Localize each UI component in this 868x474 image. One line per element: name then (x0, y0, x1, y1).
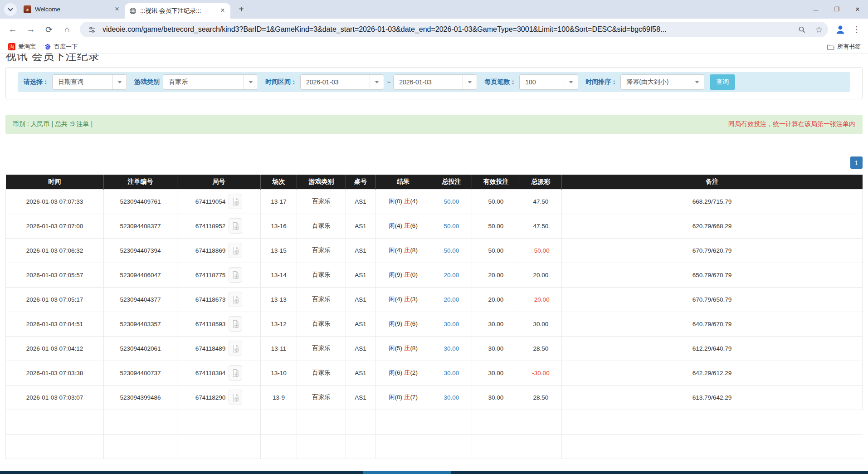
cell-game-kind: 百家乐 (297, 214, 346, 238)
window-maximize-button[interactable]: ❐ (826, 0, 847, 19)
cell-table-number: AS1 (346, 287, 375, 312)
total-bet-link[interactable]: 20.00 (444, 272, 459, 279)
close-icon[interactable]: × (113, 5, 121, 14)
video-record-icon[interactable] (229, 292, 242, 307)
round-number: 674119054 (195, 198, 226, 205)
total-bet-link[interactable]: 30.00 (444, 321, 459, 327)
cell-round: 674118673 (177, 287, 261, 312)
bookmark-star-icon[interactable]: ☆ (813, 23, 825, 36)
subtotal-row-cell: 9 (104, 410, 177, 434)
query-button[interactable]: 查询 (710, 74, 735, 90)
result-player: 闲 (389, 271, 395, 278)
tab-search-button[interactable] (4, 3, 17, 16)
chevron-down-icon (112, 75, 127, 89)
video-record-icon[interactable] (229, 267, 242, 283)
date-start-select[interactable]: 2026-01-03 (300, 74, 384, 90)
reload-icon[interactable]: ⟳ (41, 21, 57, 38)
result-player: 闲 (389, 296, 395, 303)
total-bet-link[interactable]: 30.00 (444, 394, 459, 401)
total-bet-link[interactable]: 50.00 (444, 223, 459, 230)
video-record-icon[interactable] (229, 243, 242, 258)
video-record-icon[interactable] (229, 365, 242, 381)
payout-value: 47.50 (533, 223, 549, 230)
cell-payout: -20.00 (520, 287, 562, 312)
cell-game-kind: 百家乐 (297, 287, 346, 312)
table-row: 2026-01-03 07:07:00523094408377674118952… (6, 214, 863, 238)
close-icon[interactable]: × (219, 7, 227, 15)
total-row-cell (562, 434, 863, 459)
window-close-button[interactable]: ✕ (847, 0, 868, 19)
window-minimize-button[interactable]: — (805, 0, 826, 19)
subtotal-row-cell (177, 410, 261, 434)
sort-select[interactable]: 降幂(由大到小) (620, 74, 704, 90)
bet-records-table: 时间注单编号局号场次游戏类别桌号结果总投注有效投注总派彩备注 2026-01-0… (5, 175, 863, 459)
subtotal-row-cell: 小计 (6, 410, 104, 434)
cell-round: 674118593 (177, 312, 261, 336)
svg-text:du: du (46, 47, 49, 49)
url-text[interactable]: videoie.com/game/betrecord_search/kind3?… (102, 25, 791, 34)
video-record-icon[interactable] (229, 341, 242, 356)
home-icon[interactable]: ⌂ (59, 21, 75, 38)
game-kind-select[interactable]: 百家乐 (163, 74, 258, 90)
tab-title: :::视讯 会员下注纪录::: (140, 7, 215, 15)
url-bar[interactable]: videoie.com/game/betrecord_search/kind3?… (80, 22, 828, 37)
video-record-icon[interactable] (229, 218, 242, 234)
cell-bet-id: 523094400737 (104, 361, 177, 385)
cell-game-kind: 百家乐 (297, 312, 346, 336)
bookmark-label: 爱淘宝 (18, 43, 36, 51)
result-player: 闲 (389, 198, 395, 205)
browser-menu-icon[interactable]: ⋮ (850, 24, 863, 34)
bookmark-taobao[interactable]: 淘 爱淘宝 (5, 42, 39, 52)
result-player: 闲 (389, 222, 395, 229)
new-tab-button[interactable]: + (235, 3, 248, 16)
total-bet-link[interactable]: 30.00 (444, 345, 459, 352)
bottom-footer-bar (0, 471, 868, 474)
cell-result: 闲(4) 庄(6) (375, 214, 431, 238)
back-icon[interactable]: ← (5, 21, 21, 38)
result-banker: 庄 (404, 320, 410, 327)
cell-table-number: AS1 (346, 238, 375, 263)
date-range-label: 时间区间： (265, 78, 297, 86)
chevron-down-icon (244, 75, 258, 89)
avatar[interactable] (833, 22, 848, 37)
navigation-bar: ← → ⟳ ⌂ videoie.com/game/betrecord_searc… (0, 19, 868, 40)
per-page-select[interactable]: 100 (519, 74, 578, 90)
zoom-icon[interactable] (795, 23, 808, 36)
total-bet-link[interactable]: 20.00 (444, 296, 459, 303)
table-row: 2026-01-03 07:05:57523094406047674118775… (6, 263, 863, 287)
tab-strip: ♠ Welcome × :::视讯 会员下注纪录::: × + — ❐ ✕ (0, 0, 868, 19)
tab-bet-records[interactable]: :::视讯 会员下注纪录::: × (125, 3, 230, 19)
video-record-icon[interactable] (229, 390, 242, 405)
total-bet-link[interactable]: 50.00 (444, 198, 459, 205)
result-banker: 庄 (404, 198, 410, 205)
cell-payout: 28.50 (520, 336, 562, 361)
cell-bet-id: 523094402061 (104, 336, 177, 361)
tab-welcome[interactable]: ♠ Welcome × (19, 2, 125, 17)
cell-game-kind: 百家乐 (297, 189, 346, 214)
all-bookmarks-button[interactable]: 所有书签 (824, 42, 863, 52)
cell-session: 13-9 (261, 385, 297, 410)
video-record-icon[interactable] (229, 194, 242, 209)
table-row: 2026-01-03 07:07:33523094409761674119054… (6, 189, 863, 214)
bookmark-baidu[interactable]: du 百度一下 (41, 42, 80, 52)
bookmark-label: 百度一下 (54, 43, 78, 51)
total-row-cell: 310.00 (472, 434, 520, 459)
chevron-down-icon (370, 75, 384, 89)
column-header: 时间 (6, 175, 104, 189)
total-bet-link[interactable]: 50.00 (444, 247, 459, 254)
pagination-page-1-top[interactable]: 1 (850, 156, 863, 169)
result-player: 闲 (389, 369, 395, 376)
result-banker: 庄 (404, 296, 410, 303)
query-type-select[interactable]: 日期查询 (52, 74, 127, 90)
total-row: 总计9310.00310.00102.00 (6, 434, 863, 459)
forward-icon[interactable]: → (23, 21, 39, 38)
round-number: 674118952 (195, 223, 226, 230)
payout-value: 47.50 (533, 198, 549, 205)
total-row-cell: 9 (104, 434, 177, 459)
chevron-down-icon (8, 6, 13, 11)
total-bet-link[interactable]: 30.00 (444, 370, 459, 376)
tune-icon[interactable] (85, 23, 98, 36)
video-record-icon[interactable] (229, 316, 242, 332)
cell-result: 闲(4) 庄(8) (375, 238, 431, 263)
date-end-select[interactable]: 2026-01-03 (393, 74, 477, 90)
